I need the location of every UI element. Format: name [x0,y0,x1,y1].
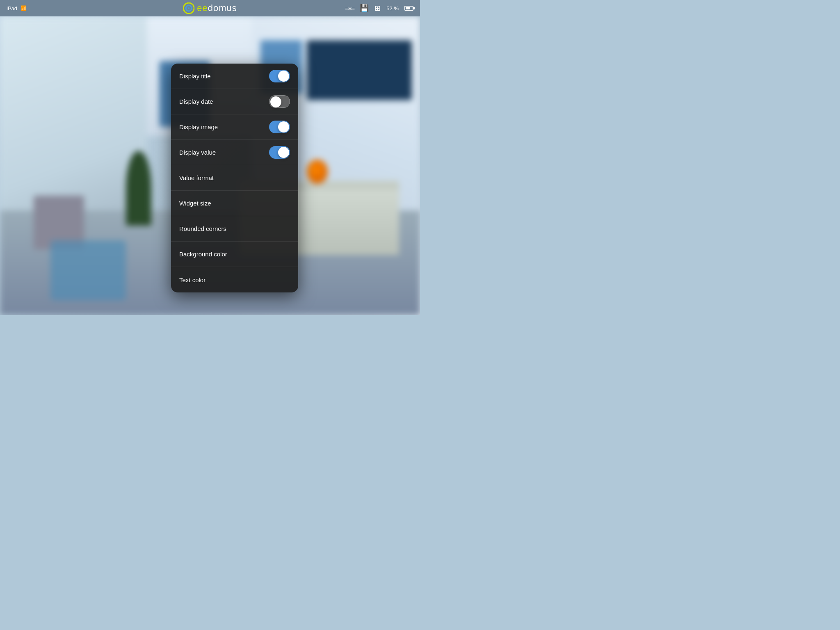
status-right: ⇒⇐ 💾 ⊞ 52 % [345,4,413,13]
menu-item-text-color[interactable]: Text color [171,267,298,292]
menu-item-value-format[interactable]: Value format [171,165,298,191]
background-color-label: Background color [179,251,227,258]
wifi-icon: 📶 [21,5,27,11]
menu-item-display-image[interactable]: Display image [171,114,298,140]
menu-item-display-value[interactable]: Display value [171,140,298,165]
toggle-thumb-display-title [278,71,289,82]
display-title-label: Display title [179,73,211,80]
display-value-toggle[interactable] [269,146,290,159]
display-image-label: Display image [179,123,218,130]
menu-item-rounded-corners[interactable]: Rounded corners [171,216,298,242]
battery-label: 52 % [386,5,399,11]
logo-icon [183,2,194,14]
toggle-thumb-display-value [278,147,289,158]
save-icon[interactable]: 💾 [360,4,369,13]
display-title-toggle[interactable] [269,70,290,82]
toggle-track-display-date [269,95,290,108]
settings-panel: Display title Display date Display [171,64,298,292]
app-logo-text: eedomus [197,3,237,14]
text-color-label: Text color [179,276,205,283]
menu-item-widget-size[interactable]: Widget size [171,191,298,216]
menu-item-background-color[interactable]: Background color [171,242,298,267]
svg-point-2 [188,7,189,9]
display-date-label: Display date [179,98,213,105]
toggle-thumb-display-date [270,96,281,107]
toggle-track-display-image [269,121,290,133]
toggle-thumb-display-image [278,121,289,132]
background-scene: Display title Display date Display [0,16,420,315]
toggle-track-display-title [269,70,290,82]
display-value-label: Display value [179,149,216,156]
display-date-toggle[interactable] [269,95,290,108]
menu-item-display-title[interactable]: Display title [171,64,298,89]
toggle-track-display-value [269,146,290,159]
widget-size-label: Widget size [179,200,211,207]
device-label: iPad [7,5,17,11]
value-format-label: Value format [179,174,214,181]
nav-arrows-icon[interactable]: ⇒⇐ [345,5,354,12]
status-left: iPad 📶 [7,5,27,11]
display-image-toggle[interactable] [269,121,290,133]
menu-item-display-date[interactable]: Display date [171,89,298,114]
status-bar: iPad 📶 eedomus ⇒⇐ 💾 ⊞ 52 % [0,0,420,16]
grid-icon[interactable]: ⊞ [374,4,381,13]
modal-overlay: Display title Display date Display [0,16,420,315]
rounded-corners-label: Rounded corners [179,225,226,232]
battery-icon [404,6,413,11]
status-center: eedomus [183,2,237,14]
